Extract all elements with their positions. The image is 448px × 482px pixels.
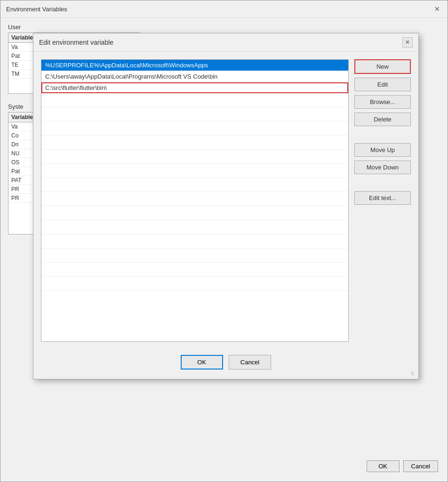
list-item-8 bbox=[41, 150, 348, 164]
browse-button[interactable]: Browse... bbox=[354, 95, 411, 109]
list-item-14 bbox=[41, 234, 348, 249]
move-up-button[interactable]: Move Up bbox=[354, 143, 411, 157]
list-item-17 bbox=[41, 277, 348, 291]
list-item-12 bbox=[41, 206, 348, 220]
move-down-button[interactable]: Move Down bbox=[354, 161, 411, 174]
modal-close-button[interactable]: × bbox=[402, 37, 413, 48]
env-cancel-button[interactable]: Cancel bbox=[403, 460, 438, 472]
edit-text-button[interactable]: Edit text... bbox=[354, 191, 411, 205]
modal-ok-button[interactable]: OK bbox=[181, 355, 223, 370]
list-item-2[interactable]: C:\Users\away\AppData\Local\Programs\Mic… bbox=[41, 71, 348, 82]
modal-overlay: Edit environment variable × %USERPROFILE… bbox=[28, 28, 442, 442]
list-item-6 bbox=[41, 121, 348, 136]
list-item-13 bbox=[41, 220, 348, 234]
modal-titlebar: Edit environment variable × bbox=[33, 33, 418, 52]
modal-footer: OK Cancel bbox=[33, 349, 418, 379]
spacer2 bbox=[354, 178, 411, 187]
list-item-1[interactable]: %USERPROFILE%\AppData\Local\Microsoft\Wi… bbox=[41, 60, 348, 71]
delete-button[interactable]: Delete bbox=[354, 112, 411, 126]
list-item-5 bbox=[41, 107, 348, 121]
list-item-7 bbox=[41, 136, 348, 150]
spacer1 bbox=[354, 130, 411, 139]
list-item-11 bbox=[41, 192, 348, 206]
modal-cancel-button[interactable]: Cancel bbox=[229, 355, 271, 370]
list-item-9 bbox=[41, 164, 348, 178]
modal-body: %USERPROFILE%\AppData\Local\Microsoft\Wi… bbox=[33, 52, 418, 349]
edit-button[interactable]: Edit bbox=[354, 78, 411, 91]
modal-title: Edit environment variable bbox=[39, 39, 113, 46]
list-item-15 bbox=[41, 249, 348, 263]
edit-env-dialog: Edit environment variable × %USERPROFILE… bbox=[33, 33, 419, 379]
list-item-4 bbox=[41, 93, 348, 107]
new-button[interactable]: New bbox=[354, 59, 411, 74]
resize-handle[interactable]: ⠿ bbox=[411, 371, 416, 377]
action-buttons-panel: New Edit Browse... Delete Move Up Move D… bbox=[354, 59, 411, 342]
list-item-16 bbox=[41, 263, 348, 277]
list-item-3[interactable]: C:\src\flutter\flutter\bin\ bbox=[41, 82, 348, 93]
env-titlebar: Environment Variables ✕ bbox=[0, 0, 448, 18]
env-window-title: Environment Variables bbox=[6, 6, 67, 13]
env-ok-button[interactable]: OK bbox=[367, 460, 400, 472]
env-close-button[interactable]: ✕ bbox=[432, 4, 442, 14]
list-item-10 bbox=[41, 178, 348, 192]
path-list-container: %USERPROFILE%\AppData\Local\Microsoft\Wi… bbox=[41, 59, 349, 342]
